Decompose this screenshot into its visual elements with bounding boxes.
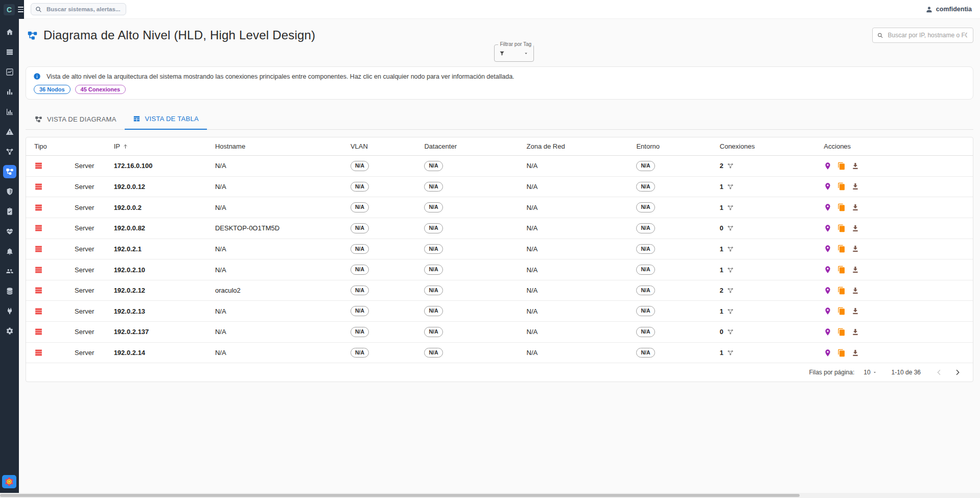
copy-button[interactable] <box>837 203 846 211</box>
copy-button[interactable] <box>837 328 846 336</box>
node-ip: 192.0.2.13 <box>106 301 207 322</box>
download-button[interactable] <box>851 287 859 295</box>
download-button[interactable] <box>851 328 859 336</box>
download-icon <box>851 307 859 315</box>
sidebar-item-alerts[interactable] <box>3 125 16 138</box>
table-row[interactable]: Server 192.0.2.12 oraculo2 N/A N/A N/A N… <box>26 280 973 301</box>
environment-chip: N/A <box>636 306 655 316</box>
table-row[interactable]: Server 192.0.2.137 N/A N/A N/A N/A N/A 0 <box>26 322 973 343</box>
sidebar-item-settings[interactable] <box>3 324 16 338</box>
location-pin-icon <box>824 349 832 357</box>
download-button[interactable] <box>851 182 859 191</box>
locate-node-button[interactable] <box>824 224 832 232</box>
network-zone: N/A <box>519 197 628 218</box>
download-button[interactable] <box>851 245 859 253</box>
sidebar-item-trends[interactable] <box>3 65 16 79</box>
copy-button[interactable] <box>837 307 846 315</box>
table-row[interactable]: Server 192.0.0.12 N/A N/A N/A N/A N/A 1 <box>26 176 973 197</box>
download-button[interactable] <box>851 224 859 232</box>
sidebar-item-database[interactable] <box>3 284 16 298</box>
copy-button[interactable] <box>837 162 846 170</box>
node-search-input[interactable] <box>887 31 968 39</box>
table-row[interactable]: Server 192.0.0.2 N/A N/A N/A N/A N/A 1 <box>26 197 973 218</box>
table-row[interactable]: Server 172.16.0.100 N/A N/A N/A N/A N/A … <box>26 156 973 177</box>
health-heart-icon <box>6 227 14 235</box>
copy-icon <box>837 224 846 232</box>
connections-hub-icon <box>727 183 734 190</box>
network-zone: N/A <box>519 280 628 301</box>
download-button[interactable] <box>851 266 859 274</box>
locate-node-button[interactable] <box>824 245 832 253</box>
table-row[interactable]: Server 192.0.2.10 N/A N/A N/A N/A N/A 1 <box>26 259 973 280</box>
copy-icon <box>837 182 846 191</box>
copy-button[interactable] <box>837 224 846 232</box>
connections-count: 2 <box>720 287 724 294</box>
sidebar-item-reports[interactable] <box>3 205 16 218</box>
sidebar-item-health[interactable] <box>3 225 16 238</box>
user-menu[interactable]: comfidentia <box>925 6 972 13</box>
download-icon <box>851 328 859 336</box>
copy-button[interactable] <box>837 245 846 253</box>
sidebar-item-hld-diagram[interactable] <box>3 165 16 178</box>
sidebar-item-users[interactable] <box>3 265 16 278</box>
copy-button[interactable] <box>837 349 846 357</box>
table-row[interactable]: Server 192.0.2.1 N/A N/A N/A N/A N/A 1 <box>26 239 973 259</box>
download-button[interactable] <box>851 307 859 315</box>
nodes-count-badge: 36 Nodos <box>34 85 71 94</box>
global-search[interactable] <box>31 3 126 15</box>
users-group-icon <box>6 267 14 275</box>
locate-node-button[interactable] <box>824 328 832 336</box>
locate-node-button[interactable] <box>824 182 832 191</box>
locate-node-button[interactable] <box>824 162 832 170</box>
scrollbar-thumb[interactable] <box>0 494 800 497</box>
sidebar-item-security[interactable] <box>3 185 16 198</box>
table-row[interactable]: Server 192.0.0.82 DESKTOP-0O1TM5D N/A N/… <box>26 218 973 239</box>
vlan-chip: N/A <box>351 161 369 171</box>
locate-node-button[interactable] <box>824 203 832 211</box>
col-ip[interactable]: IP <box>106 137 207 156</box>
environment-chip: N/A <box>636 182 655 192</box>
sidebar-item-notifications[interactable] <box>3 245 16 258</box>
rows-per-page-select[interactable]: 10 <box>864 369 877 376</box>
table-row[interactable]: Server 192.0.2.13 N/A N/A N/A N/A N/A 1 <box>26 301 973 322</box>
global-search-input[interactable] <box>45 6 122 13</box>
download-button[interactable] <box>851 203 859 211</box>
connections-hub-icon <box>727 287 734 294</box>
sidebar-item-topology[interactable] <box>3 145 16 158</box>
node-ip: 192.0.2.1 <box>106 239 207 259</box>
node-hostname: N/A <box>207 156 342 177</box>
previous-page-button[interactable] <box>935 368 943 376</box>
sidebar-item-metrics[interactable] <box>3 105 16 118</box>
copy-icon <box>837 162 846 170</box>
tab-diagram-view[interactable]: VISTA DE DIAGRAMA <box>27 109 125 129</box>
pinwheel-extension-logo[interactable] <box>2 475 16 490</box>
copy-button[interactable] <box>837 182 846 191</box>
connections-count: 2 <box>720 162 724 170</box>
horizontal-scrollbar[interactable] <box>0 493 980 498</box>
connections-count: 1 <box>720 307 724 315</box>
menu-toggle-icon[interactable] <box>18 7 24 12</box>
tab-table-view[interactable]: VISTA DE TABLA <box>125 109 207 130</box>
locate-node-button[interactable] <box>824 307 832 315</box>
locate-node-button[interactable] <box>824 287 832 295</box>
download-button[interactable] <box>851 349 859 357</box>
app-logo[interactable]: C <box>4 4 15 15</box>
node-ip: 192.0.0.82 <box>106 218 207 239</box>
copy-button[interactable] <box>837 266 846 274</box>
copy-button[interactable] <box>837 287 846 295</box>
sidebar-item-integrations[interactable] <box>3 304 16 318</box>
datacenter-chip: N/A <box>424 182 442 192</box>
vlan-chip: N/A <box>351 327 369 337</box>
node-search[interactable] <box>872 28 973 43</box>
locate-node-button[interactable] <box>824 266 832 274</box>
next-page-button[interactable] <box>953 368 962 376</box>
sidebar-item-bar-chart[interactable] <box>3 85 16 99</box>
tag-filter-select[interactable]: Filtrar por Tag <box>494 44 534 62</box>
table-row[interactable]: Server 192.0.2.14 N/A N/A N/A N/A N/A 1 <box>26 342 973 363</box>
locate-node-button[interactable] <box>824 349 832 357</box>
download-button[interactable] <box>851 162 859 170</box>
location-pin-icon <box>824 162 832 170</box>
diagram-tab-icon <box>35 115 42 123</box>
sidebar-item-servers[interactable] <box>3 45 16 59</box>
sidebar-item-home[interactable] <box>3 26 16 39</box>
